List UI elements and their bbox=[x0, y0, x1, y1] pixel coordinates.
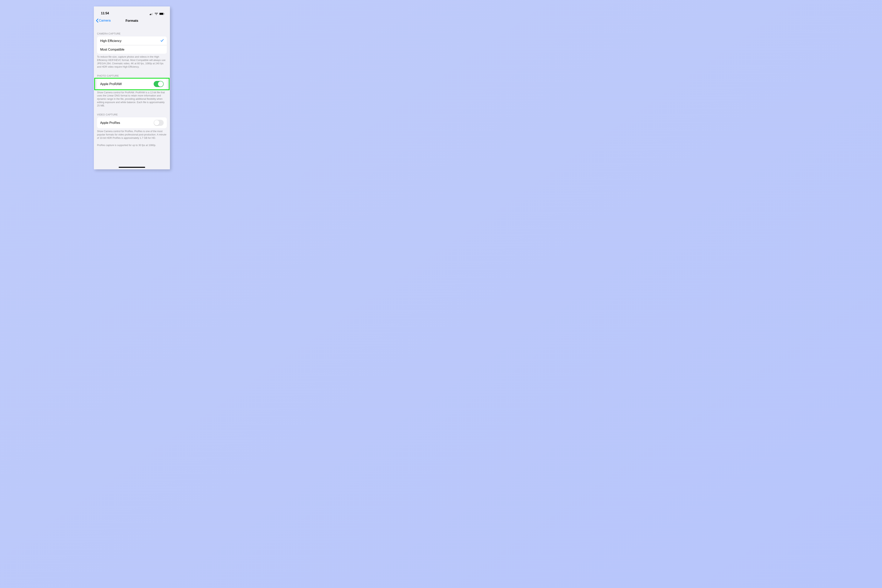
svg-rect-0 bbox=[150, 14, 150, 15]
svg-rect-2 bbox=[151, 14, 152, 15]
footer-camera-capture: To reduce file size, capture photos and … bbox=[94, 54, 170, 69]
option-label: High Efficiency bbox=[100, 39, 122, 43]
row-apple-prores[interactable]: Apple ProRes bbox=[97, 117, 167, 128]
option-label: Most Compatible bbox=[100, 48, 124, 51]
wifi-icon bbox=[154, 13, 158, 15]
group-camera-capture: High Efficiency Most Compatible bbox=[97, 36, 167, 54]
row-label: Apple ProRAW bbox=[100, 82, 122, 86]
checkmark-icon bbox=[160, 39, 164, 43]
nav-bar: Camera Formats bbox=[94, 16, 170, 25]
svg-rect-3 bbox=[152, 13, 153, 15]
option-most-compatible[interactable]: Most Compatible bbox=[100, 45, 167, 54]
row-label: Apple ProRes bbox=[100, 121, 120, 124]
svg-rect-5 bbox=[159, 13, 163, 15]
back-button[interactable]: Camera bbox=[96, 19, 111, 22]
home-indicator[interactable] bbox=[119, 167, 145, 168]
group-photo-capture: Apple ProRAW bbox=[97, 79, 167, 89]
footer-video-capture: Show Camera control for ProRes. ProRes i… bbox=[94, 128, 170, 140]
phone-frame: 11:54 bbox=[94, 6, 170, 170]
back-label: Camera bbox=[99, 19, 111, 22]
cellular-icon bbox=[150, 13, 153, 15]
option-high-efficiency[interactable]: High Efficiency bbox=[97, 36, 167, 45]
chevron-left-icon bbox=[96, 19, 98, 22]
group-video-capture: Apple ProRes bbox=[97, 117, 167, 128]
battery-icon bbox=[159, 12, 165, 15]
row-apple-proraw[interactable]: Apple ProRAW bbox=[97, 79, 167, 89]
status-icons bbox=[150, 12, 165, 15]
svg-rect-6 bbox=[164, 14, 165, 14]
status-time: 11:54 bbox=[101, 12, 109, 15]
footer-video-capture-2: ProRes capture is supported for up to 30… bbox=[94, 142, 170, 147]
footer-photo-capture: Show Camera control for ProRAW. ProRAW i… bbox=[94, 89, 170, 107]
svg-rect-1 bbox=[150, 14, 151, 15]
section-header-video-capture: VIDEO CAPTURE bbox=[94, 113, 170, 116]
status-bar: 11:54 bbox=[94, 6, 170, 15]
section-header-photo-capture: PHOTO CAPTURE bbox=[94, 75, 170, 77]
toggle-apple-proraw[interactable] bbox=[154, 81, 164, 87]
toggle-apple-prores[interactable] bbox=[154, 120, 164, 126]
section-header-camera-capture: CAMERA CAPTURE bbox=[94, 32, 170, 35]
